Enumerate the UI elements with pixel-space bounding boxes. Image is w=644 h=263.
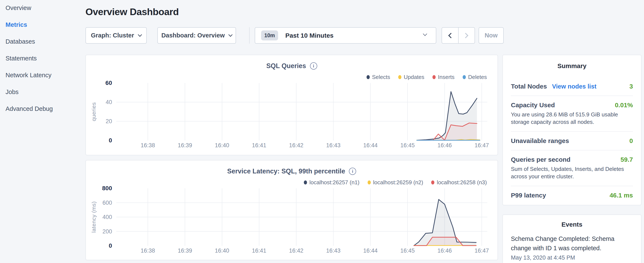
summary-row-p99: P99 latency 46.1 ms xyxy=(511,186,633,204)
capacity-used-value: 0.01% xyxy=(615,102,633,109)
legend-item[interactable]: Deletes xyxy=(463,74,487,80)
sidebar-item-metrics[interactable]: Metrics xyxy=(0,20,86,30)
graph-dropdown[interactable]: Graph: Cluster xyxy=(86,27,147,44)
legend-dot-icon xyxy=(304,180,307,184)
p99-latency-label: P99 latency xyxy=(511,192,546,199)
total-nodes-label: Total Nodes xyxy=(511,83,547,90)
svg-text:16:42: 16:42 xyxy=(289,142,304,149)
sidebar-item-advanced-debug[interactable]: Advanced Debug xyxy=(0,104,86,114)
svg-text:600: 600 xyxy=(102,200,112,206)
graph-dropdown-label: Graph: Cluster xyxy=(91,32,134,39)
event-timestamp: May 13, 2020 at 4:45 PM xyxy=(511,254,633,261)
view-nodes-list-link[interactable]: View nodes list xyxy=(552,83,596,90)
legend-item[interactable]: Updates xyxy=(398,74,424,80)
svg-text:60: 60 xyxy=(106,80,112,86)
svg-text:0: 0 xyxy=(109,242,112,249)
time-window-badge: 10m xyxy=(261,31,278,41)
legend-item[interactable]: localhost:26257 (n1) xyxy=(304,179,360,186)
total-nodes-value: 3 xyxy=(629,83,633,90)
sidebar-item-statements[interactable]: Statements xyxy=(0,53,86,63)
svg-text:16:40: 16:40 xyxy=(215,247,230,254)
qps-value: 59.7 xyxy=(620,156,633,163)
svg-text:16:45: 16:45 xyxy=(400,142,415,149)
legend-dot-icon xyxy=(368,180,371,184)
summary-row-total-nodes: Total Nodes View nodes list 3 xyxy=(511,77,633,96)
summary-panel: Summary Total Nodes View nodes list 3 Ca… xyxy=(502,55,642,205)
chart-title: Service Latency: SQL, 99th percentile xyxy=(227,167,345,175)
chevron-down-icon xyxy=(423,32,427,36)
unavailable-ranges-value: 0 xyxy=(629,137,633,144)
service-latency-plot[interactable]: 16:3816:3916:4016:4116:4216:4316:4416:45… xyxy=(86,185,498,260)
svg-text:16:46: 16:46 xyxy=(438,247,452,254)
svg-text:16:43: 16:43 xyxy=(326,142,340,149)
page-title: Overview Dashboard xyxy=(86,6,179,18)
legend-item[interactable]: localhost:26258 (n3) xyxy=(431,179,487,186)
svg-text:16:43: 16:43 xyxy=(326,247,340,254)
sql-queries-legend: SelectsUpdatesInsertsDeletes xyxy=(366,74,487,80)
now-button[interactable]: Now xyxy=(478,27,504,44)
legend-dot-icon xyxy=(463,75,466,79)
svg-text:16:45: 16:45 xyxy=(400,247,415,254)
svg-text:16:41: 16:41 xyxy=(252,142,266,149)
svg-text:16:38: 16:38 xyxy=(141,247,155,254)
time-window-label: Past 10 Minutes xyxy=(285,32,334,39)
time-step-group xyxy=(442,27,475,44)
sidebar-list: OverviewMetricsDatabasesStatementsNetwor… xyxy=(0,3,86,114)
chevron-down-icon xyxy=(228,33,232,37)
svg-text:16:39: 16:39 xyxy=(178,142,192,149)
capacity-used-label: Capacity Used xyxy=(511,102,555,109)
legend-item[interactable]: Inserts xyxy=(432,74,454,80)
dashboard-dropdown-label: Dashboard: Overview xyxy=(161,32,225,39)
events-panel: Events Schema Change Completed: Schema c… xyxy=(502,214,642,263)
service-latency-legend: localhost:26257 (n1)localhost:26259 (n2)… xyxy=(304,179,487,186)
unavailable-ranges-label: Unavailable ranges xyxy=(511,137,569,144)
legend-item[interactable]: localhost:26259 (n2) xyxy=(368,179,423,186)
next-time-button[interactable] xyxy=(458,28,475,43)
svg-text:queries: queries xyxy=(90,102,97,121)
legend-item[interactable]: Selects xyxy=(366,74,390,80)
prev-time-button[interactable] xyxy=(442,28,458,43)
event-item: Schema Change Completed: Schema change w… xyxy=(511,234,633,253)
sidebar-item-databases[interactable]: Databases xyxy=(0,37,86,46)
summary-title: Summary xyxy=(511,62,633,70)
dashboard-dropdown[interactable]: Dashboard: Overview xyxy=(157,27,236,44)
sql-queries-plot[interactable]: 16:3816:3916:4016:4116:4216:4316:4416:45… xyxy=(86,80,498,155)
svg-text:40: 40 xyxy=(106,99,112,105)
svg-text:16:40: 16:40 xyxy=(215,142,230,149)
toolbar-divider xyxy=(249,27,250,44)
chevron-down-icon xyxy=(138,33,142,37)
service-latency-chart-card: Service Latency: SQL, 99th percentile lo… xyxy=(86,160,498,260)
svg-text:0: 0 xyxy=(109,137,112,144)
chart-title: SQL Queries xyxy=(266,62,306,70)
svg-text:800: 800 xyxy=(102,185,112,191)
svg-text:200: 200 xyxy=(102,228,112,235)
svg-text:400: 400 xyxy=(102,214,112,220)
p99-latency-value: 46.1 ms xyxy=(610,192,633,199)
svg-text:20: 20 xyxy=(106,118,112,124)
sql-queries-chart-card: SQL Queries SelectsUpdatesInsertsDeletes… xyxy=(86,55,498,155)
sidebar-nav: OverviewMetricsDatabasesStatementsNetwor… xyxy=(0,0,86,263)
chevron-left-icon xyxy=(448,33,454,38)
summary-row-capacity: Capacity Used 0.01% You are using 28.6 M… xyxy=(511,96,633,131)
svg-text:16:44: 16:44 xyxy=(363,247,378,254)
legend-dot-icon xyxy=(432,75,436,79)
summary-row-unavailable-ranges: Unavailable ranges 0 xyxy=(511,131,633,150)
legend-dot-icon xyxy=(398,75,402,79)
events-title: Events xyxy=(511,221,633,228)
qps-label: Queries per second xyxy=(511,156,570,163)
svg-text:latency (ms): latency (ms) xyxy=(90,201,97,233)
svg-text:16:47: 16:47 xyxy=(474,247,489,254)
sidebar-item-network-latency[interactable]: Network Latency xyxy=(0,70,86,80)
svg-text:16:42: 16:42 xyxy=(289,247,304,254)
time-window-selector[interactable]: 10m Past 10 Minutes xyxy=(255,27,436,44)
svg-text:16:46: 16:46 xyxy=(438,142,452,149)
sidebar-item-jobs[interactable]: Jobs xyxy=(0,87,86,97)
svg-text:16:44: 16:44 xyxy=(363,142,378,149)
info-icon[interactable] xyxy=(310,62,317,70)
info-icon[interactable] xyxy=(349,168,356,175)
sidebar-item-overview[interactable]: Overview xyxy=(0,3,86,13)
legend-dot-icon xyxy=(366,75,370,79)
svg-text:16:47: 16:47 xyxy=(474,142,489,149)
legend-dot-icon xyxy=(431,180,434,184)
svg-text:16:38: 16:38 xyxy=(141,142,155,149)
